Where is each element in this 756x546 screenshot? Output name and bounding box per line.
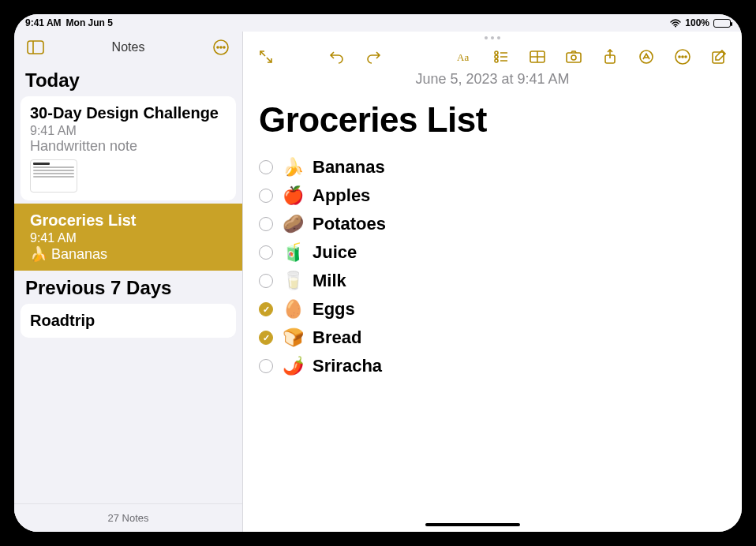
checkbox-icon[interactable] (259, 189, 273, 203)
checkbox-icon[interactable] (259, 302, 273, 316)
checklist-item[interactable]: 🌶️Sriracha (259, 356, 726, 376)
svg-rect-1 (28, 41, 43, 54)
section-header: Previous 7 Days (14, 271, 242, 304)
item-label: Juice (313, 242, 357, 263)
checklist-item[interactable]: 🧃Juice (259, 242, 726, 263)
checklist-item[interactable]: 🍌Bananas (259, 157, 726, 178)
note-date: June 5, 2023 at 9:41 AM (243, 71, 742, 88)
checklist-item[interactable]: 🥚Eggs (259, 299, 726, 320)
svg-point-4 (217, 47, 219, 48)
checkbox-icon[interactable] (259, 359, 273, 373)
expand-icon[interactable] (254, 45, 278, 69)
status-date: Mon Jun 5 (66, 17, 113, 28)
multitasking-grabber-icon[interactable] (243, 32, 742, 44)
item-emoji: 🥚 (283, 299, 303, 320)
camera-icon[interactable] (562, 45, 586, 69)
checklist-item[interactable]: 🍞Bread (259, 327, 726, 348)
item-emoji: 🌶️ (283, 356, 303, 376)
svg-point-24 (685, 56, 687, 58)
note-body[interactable]: Groceries List 🍌Bananas🍎Apples🥔Potatoes🧃… (243, 88, 742, 532)
note-item-subtitle: 🍌 Bananas (30, 245, 226, 263)
wifi-icon (670, 19, 681, 28)
checklist[interactable]: 🍌Bananas🍎Apples🥔Potatoes🧃Juice🥛Milk🥚Eggs… (259, 157, 726, 376)
item-label: Potatoes (313, 214, 386, 234)
svg-text:Aa: Aa (457, 51, 469, 63)
sidebar-toggle-icon[interactable] (24, 36, 47, 59)
item-emoji: 🍎 (283, 185, 303, 206)
undo-icon[interactable] (325, 45, 349, 69)
share-icon[interactable] (598, 45, 622, 69)
checkbox-icon[interactable] (259, 217, 273, 231)
svg-point-10 (495, 55, 498, 58)
status-bar: 9:41 AM Mon Jun 5 100% (14, 14, 742, 32)
note-list-item[interactable]: Roadtrip (21, 304, 236, 338)
note-item-time: 9:41 AM (30, 124, 226, 138)
item-label: Sriracha (313, 356, 382, 376)
checklist-item[interactable]: 🥔Potatoes (259, 214, 726, 234)
compose-icon[interactable] (707, 45, 731, 69)
svg-rect-17 (567, 53, 581, 62)
status-time: 9:41 AM (25, 17, 62, 28)
checkbox-icon[interactable] (259, 274, 273, 288)
ellipsis-icon[interactable] (671, 45, 694, 69)
sidebar-list[interactable]: Today30-Day Design Challenge9:41 AMHandw… (14, 63, 242, 341)
checklist-icon[interactable] (489, 45, 513, 69)
svg-point-8 (495, 51, 498, 54)
note-item-title: Groceries List (30, 211, 226, 230)
note-item-subtitle: Handwritten note (30, 138, 226, 155)
item-label: Bananas (313, 157, 385, 178)
item-emoji: 🍌 (283, 157, 303, 178)
notes-sidebar: Notes Today30-Day Design Challenge9:41 A… (14, 32, 243, 532)
sidebar-title: Notes (47, 40, 209, 54)
item-emoji: 🥛 (283, 271, 303, 291)
table-icon[interactable] (526, 45, 549, 69)
item-emoji: 🥔 (283, 214, 303, 234)
svg-point-12 (495, 59, 498, 62)
note-item-title: 30-Day Design Challenge (30, 104, 226, 122)
checkbox-icon[interactable] (259, 245, 273, 260)
more-options-icon[interactable] (209, 36, 233, 59)
item-emoji: 🧃 (283, 242, 303, 263)
item-emoji: 🍞 (283, 327, 303, 348)
note-title[interactable]: Groceries List (259, 100, 726, 140)
note-editor: Aa (243, 32, 742, 532)
item-label: Bread (313, 327, 361, 348)
svg-point-18 (571, 55, 576, 60)
item-label: Milk (313, 271, 346, 291)
home-indicator[interactable] (425, 523, 520, 526)
battery-icon (713, 19, 731, 28)
battery-percent: 100% (685, 17, 709, 28)
sidebar-footer: 27 Notes (14, 503, 242, 532)
svg-point-6 (223, 47, 225, 48)
item-label: Eggs (313, 299, 355, 320)
checkbox-icon[interactable] (259, 160, 273, 174)
note-toolbar: Aa (243, 44, 742, 73)
note-list-item[interactable]: 30-Day Design Challenge9:41 AMHandwritte… (21, 96, 236, 200)
note-thumbnail (30, 159, 77, 193)
item-label: Apples (313, 185, 370, 206)
note-item-time: 9:41 AM (30, 231, 226, 245)
svg-point-5 (220, 47, 222, 48)
svg-point-22 (679, 56, 680, 58)
checklist-item[interactable]: 🍎Apples (259, 185, 726, 206)
markup-icon[interactable] (634, 45, 658, 69)
text-format-icon[interactable]: Aa (453, 45, 477, 69)
section-header: Today (14, 63, 242, 96)
note-item-title: Roadtrip (30, 312, 226, 330)
svg-point-23 (682, 56, 683, 58)
note-list-item[interactable]: Groceries List9:41 AM🍌 Bananas (14, 204, 242, 271)
checkbox-icon[interactable] (259, 331, 273, 345)
redo-icon[interactable] (361, 45, 385, 69)
svg-point-0 (675, 25, 676, 27)
checklist-item[interactable]: 🥛Milk (259, 271, 726, 291)
